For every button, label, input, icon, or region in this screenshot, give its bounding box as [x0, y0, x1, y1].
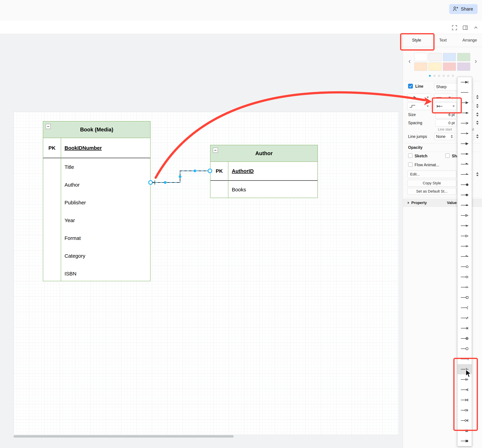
line-jumps-stepper[interactable] — [475, 134, 479, 138]
line-width-stepper[interactable] — [475, 95, 479, 99]
waypoints-select[interactable] — [407, 103, 431, 110]
marker-option-oval-filled[interactable] — [458, 180, 472, 190]
marker-option-halt[interactable] — [458, 77, 472, 87]
marker-option-oval-outline[interactable] — [458, 262, 472, 272]
color-swatch-5[interactable] — [428, 63, 442, 71]
marker-option-cross[interactable] — [458, 323, 472, 333]
table-row[interactable]: Category — [43, 247, 150, 265]
edit-style-button[interactable]: Edit... — [407, 170, 456, 178]
marker-option-diamond-thin-filled[interactable] — [458, 200, 472, 210]
marker-option-er-many[interactable] — [458, 385, 472, 395]
marker-option-circle-outline[interactable] — [458, 344, 472, 354]
copy-style-button[interactable]: Copy Style — [407, 180, 456, 187]
shadow-checkbox[interactable] — [445, 153, 450, 158]
er-table-author[interactable]: Author PK AuthorID Books — [210, 145, 318, 198]
marker-option-box-outline[interactable] — [458, 292, 472, 303]
table-row[interactable]: Publisher — [43, 194, 150, 212]
marker-option-open[interactable] — [458, 118, 472, 128]
collapse-minus-icon[interactable] — [46, 124, 51, 129]
table-row[interactable]: ISBN — [43, 265, 150, 281]
marker-option-diamond-filled[interactable] — [458, 190, 472, 200]
marker-option-er-mandatory-one[interactable] — [458, 374, 472, 385]
marker-option-er-one[interactable] — [458, 364, 472, 374]
set-default-style-button[interactable]: Set as Default St... — [407, 188, 456, 195]
sketch-checkbox[interactable] — [408, 153, 412, 158]
arrow-ends-select[interactable] — [407, 94, 431, 101]
line-start-marker-select[interactable] — [434, 103, 457, 110]
size-stepper[interactable] — [475, 112, 479, 117]
spacing-field[interactable]: 0 pt — [435, 120, 457, 127]
spacing-stepper[interactable] — [475, 121, 479, 125]
pager-dot-4[interactable] — [447, 75, 449, 77]
collapse-minus-icon[interactable] — [213, 148, 218, 153]
pager-dot-1[interactable] — [434, 75, 435, 77]
color-swatch-6[interactable] — [443, 63, 456, 71]
crowfoot-left-icon — [436, 104, 443, 108]
line-jumps-select[interactable]: None — [434, 133, 455, 140]
marker-option-double-block-filled[interactable] — [458, 436, 472, 446]
toggle-format-panel-button[interactable] — [461, 24, 469, 32]
pager-dot-2[interactable] — [438, 75, 440, 77]
marker-option-async-outline[interactable] — [458, 251, 472, 262]
er-table-book[interactable]: Book (Media) PK BookIDNumber Title Autho… — [43, 121, 151, 281]
marker-option-base-dash[interactable] — [458, 354, 472, 364]
marker-option-half-circle[interactable] — [458, 303, 472, 313]
horizontal-scrollbar[interactable] — [14, 435, 234, 438]
line-checkbox[interactable] — [408, 84, 413, 88]
marker-option-block-outline[interactable] — [458, 231, 472, 241]
edit-row-stepper[interactable] — [475, 172, 479, 176]
marker-option-classic[interactable] — [458, 97, 472, 108]
marker-option-er-one-to-many[interactable] — [458, 395, 472, 405]
er-table-book-header[interactable]: Book (Media) — [43, 121, 150, 138]
collapse-toolbar-button[interactable] — [472, 24, 480, 32]
color-swatch-1[interactable] — [428, 53, 442, 61]
color-swatch-4[interactable] — [414, 63, 427, 71]
marker-option-classic-thin-outline[interactable] — [458, 221, 472, 231]
table-row[interactable]: Year — [43, 212, 150, 229]
pager-dot-3[interactable] — [443, 75, 445, 77]
marker-option-block-thin[interactable] — [458, 149, 472, 159]
table-row[interactable]: PK BookIDNumber — [43, 138, 150, 158]
arrow-right-icon — [409, 96, 416, 99]
marker-option-none[interactable] — [458, 87, 472, 97]
tab-style[interactable]: Style — [405, 34, 428, 47]
marker-option-async[interactable] — [458, 159, 472, 169]
marker-option-open-thin[interactable] — [458, 128, 472, 139]
marker-option-block-thin-outline[interactable] — [458, 241, 472, 251]
table-row[interactable]: Author — [43, 176, 150, 194]
pager-dot-0[interactable] — [429, 75, 431, 77]
table-row[interactable]: Books — [210, 181, 318, 198]
marker-size-stepper[interactable] — [475, 104, 479, 108]
swatch-prev-icon[interactable]: ‹ — [407, 57, 412, 64]
color-swatch-0[interactable] — [414, 53, 427, 61]
line-dash-select[interactable] — [434, 94, 453, 101]
marker-option-classic-outline[interactable] — [458, 210, 472, 221]
marker-option-classic-thin[interactable] — [458, 108, 472, 118]
table-row[interactable]: Format — [43, 229, 150, 247]
diagram-canvas[interactable]: Book (Media) PK BookIDNumber Title Autho… — [0, 34, 403, 448]
drawing-page[interactable]: Book (Media) PK BookIDNumber Title Autho… — [14, 112, 399, 435]
tab-text[interactable]: Text — [431, 34, 455, 47]
marker-option-diamond-thin-outline[interactable] — [458, 282, 472, 292]
share-button[interactable]: Share — [449, 4, 478, 14]
er-table-author-header[interactable]: Author — [210, 145, 318, 162]
marker-option-diamond-outline[interactable] — [458, 272, 472, 282]
flow-animation-checkbox[interactable] — [408, 162, 412, 167]
tab-arrange[interactable]: Arrange — [457, 34, 482, 47]
marker-option-dash[interactable] — [458, 313, 472, 323]
marker-option-er-zero-to-one[interactable] — [458, 405, 472, 415]
marker-option-circle-plus[interactable] — [458, 333, 472, 344]
fullscreen-button[interactable] — [451, 24, 458, 32]
swatch-next-icon[interactable]: › — [474, 57, 478, 64]
size-field[interactable]: 6 pt — [435, 112, 457, 118]
marker-option-block[interactable] — [458, 139, 472, 149]
color-swatch-7[interactable] — [457, 63, 470, 71]
color-swatch-2[interactable] — [443, 53, 456, 61]
marker-option-double-block[interactable] — [458, 426, 472, 436]
marker-option-async-thin[interactable] — [458, 169, 472, 180]
color-swatch-3[interactable] — [457, 53, 470, 61]
marker-option-er-zero-to-many[interactable] — [458, 415, 472, 426]
table-row[interactable]: PK AuthorID — [210, 162, 318, 181]
pager-dot-5[interactable] — [452, 75, 454, 77]
table-row[interactable]: Title — [43, 158, 150, 176]
